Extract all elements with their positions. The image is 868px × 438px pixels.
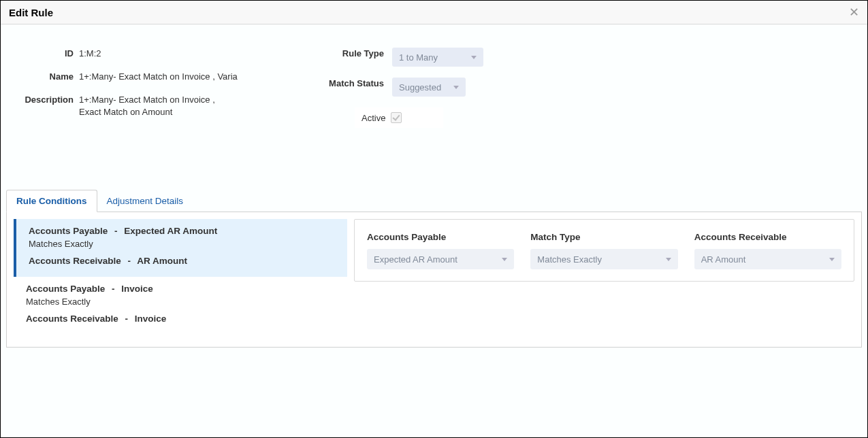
detail-match-select: Matches Exactly [530, 249, 677, 269]
form-row-match-status: Match Status Suggested [293, 78, 498, 97]
detail-ap-select: Expected AR Amount [367, 249, 514, 269]
detail-ar-select: AR Amount [694, 249, 841, 269]
condition-ar-line: Accounts Receivable - AR Amount [29, 256, 338, 266]
conditions-area: Accounts Payable - Expected AR Amount Ma… [14, 219, 854, 335]
tabs-wrap: Rule Conditions Adjustment Details Accou… [6, 189, 862, 348]
description-label: Description [7, 94, 79, 106]
dialog-header: Edit Rule ✕ [1, 1, 867, 24]
condition-ar-label: Accounts Receivable [26, 314, 118, 324]
form-row-rule-type: Rule Type 1 to Many [293, 48, 498, 67]
chevron-down-icon [453, 86, 459, 89]
dialog-content: ID 1:M:2 Name 1+:Many- Exact Match on In… [1, 24, 867, 437]
condition-ar-field: AR Amount [137, 256, 187, 266]
condition-ap-label: Accounts Payable [29, 226, 108, 236]
form-row-id: ID 1:M:2 [7, 48, 293, 60]
form-row-description: Description 1+:Many- Exact Match on Invo… [7, 94, 293, 118]
detail-col-match: Match Type Matches Exactly [530, 232, 677, 269]
match-status-value: Suggested [399, 82, 441, 92]
detail-match-header: Match Type [530, 232, 677, 242]
separator: - [125, 314, 129, 324]
tab-bar: Rule Conditions Adjustment Details [6, 189, 862, 212]
condition-detail-panel: Accounts Payable Expected AR Amount Matc… [354, 219, 854, 282]
tab-rule-conditions[interactable]: Rule Conditions [6, 190, 97, 212]
rule-type-label: Rule Type [293, 48, 392, 60]
form-area: ID 1:M:2 Name 1+:Many- Exact Match on In… [1, 35, 867, 128]
condition-ar-field: Invoice [135, 314, 167, 324]
detail-match-value: Matches Exactly [537, 254, 602, 265]
description-value: 1+:Many- Exact Match on Invoice , Exact … [79, 94, 229, 118]
condition-ar-label: Accounts Receivable [29, 256, 121, 266]
separator: - [128, 256, 131, 266]
condition-item[interactable]: Accounts Payable - Invoice Matches Exact… [14, 277, 347, 335]
form-col-right: Rule Type 1 to Many Match Status Suggest… [293, 48, 498, 128]
detail-col-ar: Accounts Receivable AR Amount [694, 232, 841, 269]
detail-col-ap: Accounts Payable Expected AR Amount [367, 232, 514, 269]
name-label: Name [7, 71, 79, 83]
detail-ar-header: Accounts Receivable [694, 232, 841, 242]
separator: - [114, 226, 118, 236]
rule-type-value: 1 to Many [399, 52, 438, 63]
active-label: Active [361, 113, 385, 123]
form-row-name: Name 1+:Many- Exact Match on Invoice , V… [7, 71, 293, 83]
chevron-down-icon [502, 258, 507, 261]
condition-ap-label: Accounts Payable [26, 284, 105, 294]
condition-ap-line: Accounts Payable - Invoice [26, 284, 338, 294]
rule-type-select: 1 to Many [392, 48, 483, 67]
name-value: 1+:Many- Exact Match on Invoice , Varia [79, 71, 293, 83]
condition-item[interactable]: Accounts Payable - Expected AR Amount Ma… [14, 219, 347, 277]
match-status-select: Suggested [392, 78, 466, 97]
chevron-down-icon [666, 258, 671, 261]
condition-match-text: Matches Exactly [26, 297, 338, 307]
form-col-left: ID 1:M:2 Name 1+:Many- Exact Match on In… [7, 48, 293, 128]
detail-ap-value: Expected AR Amount [374, 254, 457, 265]
condition-list: Accounts Payable - Expected AR Amount Ma… [14, 219, 347, 335]
id-value: 1:M:2 [79, 48, 293, 60]
condition-ap-field: Expected AR Amount [124, 226, 217, 236]
tab-adjustment-details[interactable]: Adjustment Details [97, 190, 193, 212]
condition-ap-line: Accounts Payable - Expected AR Amount [29, 226, 338, 236]
condition-match-text: Matches Exactly [29, 239, 338, 249]
detail-ap-header: Accounts Payable [367, 232, 514, 242]
detail-ar-value: AR Amount [701, 254, 746, 265]
match-status-label: Match Status [293, 78, 392, 90]
active-checkbox [391, 112, 402, 123]
dialog-title: Edit Rule [9, 7, 849, 18]
chevron-down-icon [829, 258, 835, 261]
condition-ap-field: Invoice [121, 284, 153, 294]
separator: - [112, 284, 115, 294]
edit-rule-dialog: Edit Rule ✕ ID 1:M:2 Name 1+:Many- Exact… [0, 0, 868, 438]
active-checkbox-wrap: Active [355, 107, 443, 128]
tab-panel-rule-conditions: Accounts Payable - Expected AR Amount Ma… [6, 212, 862, 348]
id-label: ID [7, 48, 79, 60]
close-icon[interactable]: ✕ [849, 6, 859, 18]
condition-ar-line: Accounts Receivable - Invoice [26, 314, 338, 324]
form-row-active: Active [293, 107, 498, 128]
chevron-down-icon [471, 56, 477, 59]
